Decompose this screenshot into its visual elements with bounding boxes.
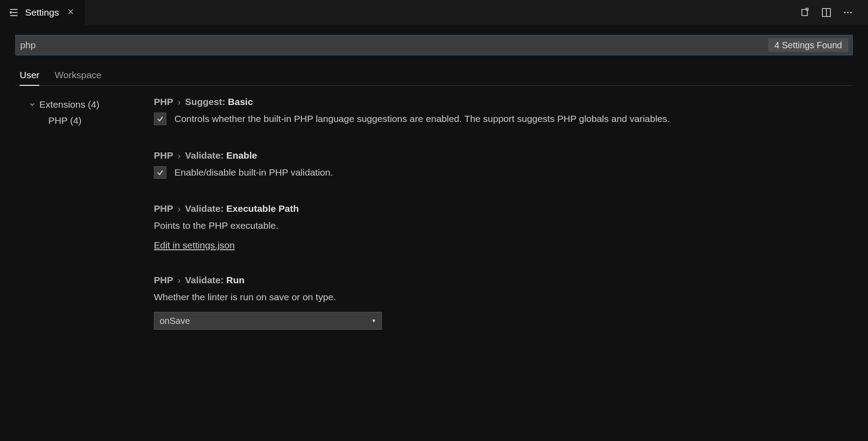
setting-title: PHP › Validate: Enable — [154, 150, 835, 161]
open-settings-json-icon[interactable] — [800, 8, 810, 17]
tree-item-label: Extensions (4) — [39, 99, 99, 110]
svg-point-3 — [10, 12, 12, 13]
split-editor-icon[interactable] — [821, 8, 831, 17]
tab-settings[interactable]: Settings — [0, 0, 85, 25]
svg-point-9 — [847, 12, 849, 13]
chevron-down-icon — [29, 101, 36, 108]
setting-title: PHP › Suggest: Basic — [154, 97, 835, 107]
select-php-validate-run[interactable] — [154, 312, 382, 330]
scope-tabs: User Workspace — [15, 70, 853, 86]
settings-search-input[interactable] — [15, 35, 853, 55]
settings-tree: Extensions (4) PHP (4) — [15, 97, 149, 354]
setting-php-suggest-basic: PHP › Suggest: Basic Controls whether th… — [154, 97, 835, 126]
setting-description: Points to the PHP executable. — [154, 218, 835, 233]
settings-search-wrap: 4 Settings Found — [15, 35, 853, 55]
checkbox-php-suggest-basic[interactable] — [154, 113, 166, 125]
tree-item-label: PHP (4) — [48, 115, 81, 126]
setting-php-validate-executable-path: PHP › Validate: Executable Path Points t… — [154, 203, 835, 251]
settings-list: PHP › Suggest: Basic Controls whether th… — [149, 97, 853, 354]
setting-php-validate-enable: PHP › Validate: Enable Enable/disable bu… — [154, 150, 835, 180]
setting-description: Whether the linter is run on save or on … — [154, 290, 835, 304]
svg-point-10 — [850, 12, 852, 13]
tree-item-php[interactable]: PHP (4) — [29, 113, 149, 129]
svg-point-8 — [844, 12, 846, 13]
more-actions-icon[interactable] — [843, 8, 853, 17]
setting-title: PHP › Validate: Executable Path — [154, 203, 835, 214]
tab-user[interactable]: User — [20, 70, 39, 86]
checkbox-php-validate-enable[interactable] — [154, 166, 166, 179]
setting-description: Enable/disable built-in PHP validation. — [174, 165, 333, 180]
tab-workspace[interactable]: Workspace — [55, 70, 102, 86]
edit-in-settings-json-link[interactable]: Edit in settings.json — [154, 240, 235, 251]
editor-actions — [800, 8, 868, 17]
tab-title: Settings — [25, 7, 59, 18]
tree-item-extensions[interactable]: Extensions (4) — [29, 97, 149, 113]
settings-list-icon — [9, 8, 19, 17]
setting-php-validate-run: PHP › Validate: Run Whether the linter i… — [154, 275, 835, 330]
setting-title: PHP › Validate: Run — [154, 275, 835, 286]
results-count-badge: 4 Settings Found — [768, 38, 848, 52]
setting-description: Controls whether the built-in PHP langua… — [174, 112, 670, 126]
close-icon[interactable] — [65, 8, 76, 17]
tab-bar: Settings — [0, 0, 868, 25]
